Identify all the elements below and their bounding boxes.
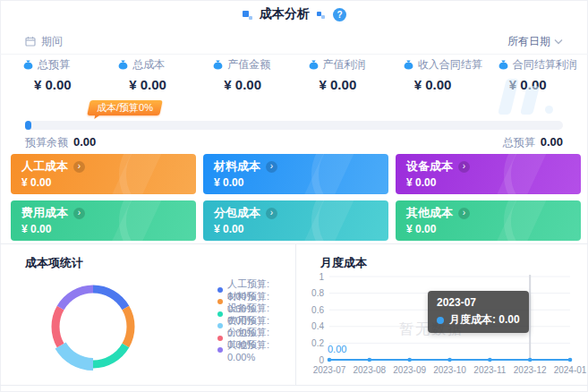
title-decoration-left-icon <box>242 9 253 21</box>
cost-analysis-page: 成本分析 ? 期间 所有日期 总预算 ¥ 0.00 总成本 ¥ 0.00 产值金… <box>0 0 588 392</box>
date-range-value: 所有日期 <box>507 34 550 49</box>
tooltip-series-dot <box>437 317 444 324</box>
svg-text:2023-08: 2023-08 <box>353 365 386 375</box>
page-title: 成本分析 <box>260 6 310 22</box>
money-bag-icon <box>309 60 319 70</box>
budget-progress-bar <box>25 121 563 130</box>
budget-total-value: 0.00 <box>541 135 563 149</box>
donut-legend: 人工预算: 0.00% 材料预算: 0.00% 设备预算: 0.00% 费用预算… <box>217 284 295 356</box>
svg-text:0.6: 0.6 <box>311 305 324 315</box>
title-decoration-right-icon <box>316 9 327 20</box>
kpi-row: 总预算 ¥ 0.00 总成本 ¥ 0.00 产值金额 ¥ 0.00 产值利润 ¥… <box>9 57 579 100</box>
money-bag-icon <box>23 60 33 70</box>
svg-text:2024-01: 2024-01 <box>554 365 587 375</box>
card-value: ¥ 0.00 <box>406 223 570 235</box>
period-label: 期间 <box>41 34 63 49</box>
budget-remaining-value: 0.00 <box>73 135 96 149</box>
kpi-settlement-profit: 合同结算利润 ¥ 0.00 <box>484 57 579 100</box>
kpi-label: 合同结算利润 <box>513 57 577 72</box>
card-title: 人工成本 <box>21 158 68 175</box>
money-bag-icon <box>404 60 413 70</box>
card-title: 设备成本 <box>406 158 453 175</box>
budget-progress-fill <box>25 121 31 130</box>
card-title: 材料成本 <box>214 158 260 175</box>
money-bag-icon <box>118 60 128 70</box>
legend-item[interactable]: 其他预算: 0.00% <box>217 345 295 357</box>
date-range-select[interactable]: 所有日期 <box>507 34 563 49</box>
kpi-value: ¥ 0.00 <box>129 77 199 92</box>
cost-items-donut-chart[interactable] <box>43 277 143 377</box>
kpi-label: 产值金额 <box>227 57 270 72</box>
kpi-value: ¥ 0.00 <box>320 77 389 92</box>
budget-remaining-label: 预算余额 <box>25 135 68 150</box>
kpi-label: 产值利润 <box>323 57 366 72</box>
svg-text:0.4: 0.4 <box>311 321 324 331</box>
filter-bar: 期间 所有日期 <box>0 29 588 55</box>
legend-dot <box>217 311 223 317</box>
monthly-cost-panel: 月度成本 00.20.40.60.812023-072023-082023-09… <box>297 244 588 385</box>
kpi-label: 总成本 <box>132 57 165 72</box>
money-bag-icon <box>499 60 508 70</box>
svg-text:2023-09: 2023-09 <box>393 365 426 375</box>
svg-text:0.2: 0.2 <box>311 338 324 348</box>
money-bag-icon <box>213 60 223 70</box>
period-filter-label: 期间 <box>25 34 63 49</box>
budget-summary-row: 预算余额 0.00 总预算 0.00 <box>25 135 563 151</box>
kpi-value: ¥ 0.00 <box>34 77 104 92</box>
chevron-down-icon <box>554 38 563 45</box>
kpi-total-budget: 总预算 ¥ 0.00 <box>9 57 104 100</box>
arrow-right-icon[interactable]: › <box>458 161 470 173</box>
legend-dot <box>217 336 223 341</box>
cost-budget-ratio-badge: 成本/预算0% <box>87 100 163 115</box>
legend-text: 其他预算: 0.00% <box>227 338 295 362</box>
legend-dot <box>217 323 223 328</box>
tooltip-value: 月度成本: 0.00 <box>449 312 520 328</box>
card-equipment-cost[interactable]: 设备成本› ¥ 0.00 <box>396 154 581 194</box>
card-title: 费用成本 <box>21 205 68 221</box>
page-header: 成本分析 ? <box>0 0 588 29</box>
card-title: 其他成本 <box>406 205 453 221</box>
kpi-label: 收入合同结算 <box>418 57 482 72</box>
budget-remaining: 预算余额 0.00 <box>25 135 96 150</box>
card-value: ¥ 0.00 <box>406 176 570 189</box>
budget-total-label: 总预算 <box>503 135 535 150</box>
cost-cards-grid: 人工成本› ¥ 0.00 材料成本› ¥ 0.00 设备成本› ¥ 0.00 费… <box>11 154 581 241</box>
arrow-right-icon[interactable]: › <box>458 208 470 219</box>
tooltip-title: 2023-07 <box>437 296 520 309</box>
legend-dot <box>217 287 223 293</box>
card-material-cost[interactable]: 材料成本› ¥ 0.00 <box>203 154 388 194</box>
legend-dot <box>217 299 223 304</box>
ratio-badge-text: 成本/预算0% <box>97 101 153 115</box>
card-value: ¥ 0.00 <box>21 223 185 235</box>
kpi-total-cost: 总成本 ¥ 0.00 <box>104 57 199 100</box>
svg-text:2023-12: 2023-12 <box>514 365 547 375</box>
card-subcontract-cost[interactable]: 分包成本› ¥ 0.00 <box>203 200 388 241</box>
card-expense-cost[interactable]: 费用成本› ¥ 0.00 <box>11 200 196 241</box>
card-value: ¥ 0.00 <box>21 176 185 189</box>
arrow-right-icon[interactable]: › <box>266 208 277 219</box>
card-other-cost[interactable]: 其他成本› ¥ 0.00 <box>396 200 581 241</box>
kpi-label: 总预算 <box>38 57 70 72</box>
svg-text:0.8: 0.8 <box>311 288 324 298</box>
kpi-value: ¥ 0.00 <box>509 77 579 92</box>
kpi-output-amount: 产值金额 ¥ 0.00 <box>199 57 294 100</box>
kpi-output-profit: 产值利润 ¥ 0.00 <box>294 57 389 100</box>
budget-total: 总预算 0.00 <box>503 135 563 150</box>
kpi-income-settlement: 收入合同结算 ¥ 0.00 <box>389 57 484 100</box>
kpi-value: ¥ 0.00 <box>224 77 294 92</box>
card-labor-cost[interactable]: 人工成本› ¥ 0.00 <box>11 154 196 194</box>
help-icon[interactable]: ? <box>333 8 346 21</box>
kpi-value: ¥ 0.00 <box>414 77 484 92</box>
card-title: 分包成本 <box>214 205 260 221</box>
svg-text:1: 1 <box>319 272 324 282</box>
svg-text:2023-10: 2023-10 <box>433 365 466 375</box>
bottom-section: 成本项统计 人工预算: 0.00% 材料预算: 0.00% 设备预算: 0.00… <box>0 243 588 386</box>
legend-dot <box>217 347 223 353</box>
arrow-right-icon[interactable]: › <box>266 161 277 173</box>
svg-text:2023-07: 2023-07 <box>313 365 346 375</box>
card-value: ¥ 0.00 <box>214 176 378 189</box>
arrow-right-icon[interactable]: › <box>73 208 85 219</box>
arrow-right-icon[interactable]: › <box>73 161 85 173</box>
cost-items-panel: 成本项统计 人工预算: 0.00% 材料预算: 0.00% 设备预算: 0.00… <box>0 244 296 385</box>
card-value: ¥ 0.00 <box>214 223 378 235</box>
